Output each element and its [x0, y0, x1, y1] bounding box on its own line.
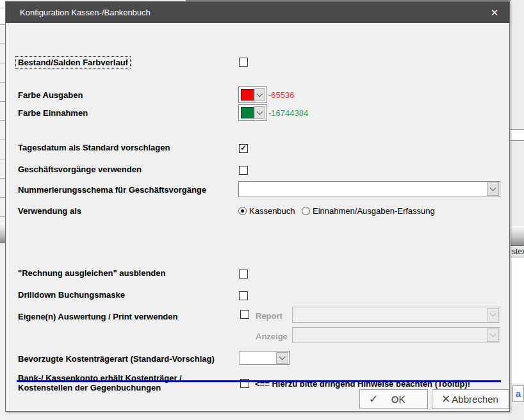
report-dropdown-button [487, 308, 499, 321]
close-button[interactable]: ✕ [482, 2, 507, 23]
background-window-left-sliver [0, 0, 5, 420]
chevron-down-icon [490, 185, 496, 191]
kostentraegerart-combobox[interactable] [240, 351, 290, 365]
label-eigene-auswertung: Eigene(n) Auswertung / Print verwenden [18, 312, 177, 321]
radio-einnahmen-ausgaben[interactable] [302, 207, 310, 215]
expense-color-dropdown-button[interactable] [254, 88, 265, 101]
label-anzeige: Anzeige [256, 332, 288, 341]
ok-check-icon: ✓ [369, 392, 378, 406]
background-window-right-sliver: stex a [511, 0, 524, 420]
label-nummerierungsschema: Nummerierungsschema für Geschäftsvorgäng… [18, 185, 206, 195]
label-report: Report [256, 311, 282, 321]
income-color-dropdown-button[interactable] [254, 106, 265, 119]
income-color-picker[interactable] [238, 104, 267, 121]
label-farbe-einnahmen: Farbe Einnahmen [18, 108, 88, 118]
ok-button[interactable]: ✓ OK [359, 389, 428, 409]
radio-kassenbuch-label: Kassenbuch [249, 206, 295, 216]
cancel-button-label: Abbrechen [450, 394, 500, 405]
label-gegenbuchungen-line2: Kostenstellen der Gegenbuchungen [18, 383, 161, 392]
geschaeftsvorgaenge-checkbox[interactable] [239, 166, 248, 175]
cancel-button[interactable]: ✕ Abbrechen [432, 389, 509, 409]
background-field [511, 130, 524, 140]
chevron-down-icon [490, 331, 496, 337]
radio-kassenbuch[interactable] [238, 207, 247, 215]
chevron-down-icon [257, 108, 263, 115]
chevron-down-icon [257, 90, 263, 97]
label-rechnung-ausblenden: "Rechnung ausgleichen" ausblenden [18, 268, 165, 278]
expense-color-picker[interactable] [238, 86, 267, 103]
label-kostentraegerart: Bevorzugte Kostenträgerart (Standard-Vor… [18, 354, 215, 364]
background-row [0, 0, 5, 8]
expense-color-swatch [241, 89, 254, 101]
dialog-titlebar: Konfiguration Kassen-/Bankenbuch [6, 2, 509, 23]
label-drilldown: Drilldown Buchungsmaske [18, 290, 125, 300]
dialog-body: Bestand/Salden Farbverlauf Farbe Ausgabe… [6, 23, 509, 411]
label-tagesdatum: Tagesdatum als Standard vorschlagen [18, 143, 170, 152]
background-column-header: stex [511, 246, 524, 257]
anzeige-dropdown-button [487, 328, 499, 342]
background-partial-button: a [512, 385, 524, 402]
close-icon: ✕ [491, 7, 499, 19]
cancel-x-icon: ✕ [441, 392, 450, 406]
label-farbe-ausgaben: Farbe Ausgaben [18, 90, 83, 100]
dialog-title: Konfiguration Kassen-/Bankenbuch [20, 8, 151, 17]
income-color-swatch [241, 107, 254, 118]
background-toolbar-gradient [0, 223, 5, 243]
background-grid-area [511, 258, 524, 384]
ok-button-label: OK [378, 394, 418, 405]
tagesdatum-checkbox[interactable]: ✓ [239, 144, 248, 153]
nummerierungsschema-dropdown-button[interactable] [487, 182, 499, 196]
chevron-down-icon [279, 353, 286, 360]
chevron-down-icon [490, 311, 496, 317]
check-icon: ✓ [240, 143, 247, 152]
radio-einnahmen-ausgaben-label: Einnahmen/Ausgaben-Erfassung [313, 206, 435, 216]
drilldown-checkbox[interactable] [239, 291, 248, 300]
background-toolbar-gradient [511, 226, 524, 246]
report-combobox [292, 307, 500, 323]
eigene-auswertung-checkbox[interactable] [240, 310, 249, 319]
config-dialog: Konfiguration Kassen-/Bankenbuch ✕ Besta… [5, 1, 510, 412]
nummerierungsschema-combobox[interactable] [238, 181, 500, 197]
label-farbverlauf: Bestand/Salden Farbverlauf [15, 56, 131, 69]
rechnung-ausblenden-checkbox[interactable] [239, 270, 248, 279]
label-geschaeftsvorgaenge: Geschäftsvorgänge verwenden [18, 165, 142, 174]
farbverlauf-checkbox[interactable] [239, 58, 248, 67]
divider-line [17, 380, 501, 382]
label-verwendung-als: Verwendung als [18, 206, 81, 216]
anzeige-combobox [292, 327, 500, 343]
expense-color-value: -65536 [268, 90, 294, 100]
income-color-value: -16744384 [268, 108, 308, 118]
kostentraegerart-dropdown-button[interactable] [276, 352, 288, 364]
background-row [0, 8, 5, 24]
